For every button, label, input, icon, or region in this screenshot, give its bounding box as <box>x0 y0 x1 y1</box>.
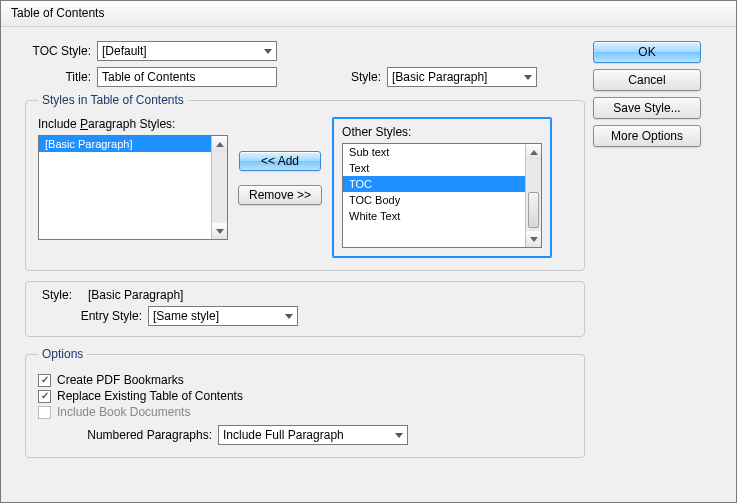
styles-group: Styles in Table of Contents Include Para… <box>25 93 585 271</box>
toc-style-combo[interactable]: [Default] <box>97 41 277 61</box>
save-style-button-label: Save Style... <box>613 101 680 115</box>
titlebar: Table of Contents <box>1 1 736 27</box>
transfer-buttons: << Add Remove >> <box>238 151 322 211</box>
more-options-button[interactable]: More Options <box>593 125 701 147</box>
entry-style-label-static: Style: <box>38 288 88 302</box>
scroll-up-icon[interactable] <box>212 136 227 152</box>
cancel-button-label: Cancel <box>628 73 665 87</box>
styles-grid: Include Paragraph Styles: [Basic Paragra… <box>38 117 572 258</box>
add-button-label: << Add <box>261 154 299 168</box>
entry-group: Style: [Basic Paragraph] Entry Style: [S… <box>25 281 585 337</box>
list-item[interactable]: Text <box>343 160 541 176</box>
create-pdf-row[interactable]: Create PDF Bookmarks <box>38 373 572 387</box>
style-label: Style: <box>277 70 387 84</box>
title-field[interactable]: Table of Contents <box>97 67 277 87</box>
scrollbar[interactable] <box>211 136 227 239</box>
scroll-down-icon[interactable] <box>526 231 541 247</box>
scroll-up-icon[interactable] <box>526 144 541 160</box>
options-legend: Options <box>38 347 87 361</box>
chevron-down-icon <box>395 433 403 438</box>
include-book-row: Include Book Documents <box>38 405 572 419</box>
include-column: Include Paragraph Styles: [Basic Paragra… <box>38 117 228 240</box>
remove-button-label: Remove >> <box>249 188 311 202</box>
create-pdf-label: Create PDF Bookmarks <box>57 373 184 387</box>
entry-style-label: Entry Style: <box>38 309 148 323</box>
checkbox-icon <box>38 406 51 419</box>
window-title: Table of Contents <box>11 6 104 20</box>
numbered-label: Numbered Paragraphs: <box>38 428 218 442</box>
include-label-pre: Include <box>38 117 80 131</box>
replace-row[interactable]: Replace Existing Table of Contents <box>38 389 572 403</box>
side-buttons: OK Cancel Save Style... More Options <box>593 41 711 153</box>
scroll-thumb[interactable] <box>528 192 539 228</box>
ok-button-label: OK <box>638 45 655 59</box>
add-button[interactable]: << Add <box>239 151 321 171</box>
entry-style-value: [Same style] <box>153 309 219 323</box>
chevron-down-icon <box>524 75 532 80</box>
entry-style-combo[interactable]: [Same style] <box>148 306 298 326</box>
toc-style-value: [Default] <box>102 44 147 58</box>
include-label-u: P <box>80 117 88 131</box>
other-styles-listbox[interactable]: Sub textTextTOCTOC BodyWhite Text <box>342 143 542 248</box>
scrollbar[interactable] <box>525 144 541 247</box>
remove-button[interactable]: Remove >> <box>238 185 322 205</box>
checkbox-icon[interactable] <box>38 390 51 403</box>
entry-style-static-value: [Basic Paragraph] <box>88 288 183 302</box>
title-value: Table of Contents <box>102 70 195 84</box>
title-style-value: [Basic Paragraph] <box>392 70 487 84</box>
list-item[interactable]: TOC <box>343 176 541 192</box>
list-item[interactable]: Sub text <box>343 144 541 160</box>
other-styles-label: Other Styles: <box>342 125 542 139</box>
ok-button[interactable]: OK <box>593 41 701 63</box>
include-listbox[interactable]: [Basic Paragraph] <box>38 135 228 240</box>
toc-style-row: TOC Style: [Default] <box>25 41 585 61</box>
numbered-combo[interactable]: Include Full Paragraph <box>218 425 408 445</box>
include-label: Include Paragraph Styles: <box>38 117 228 131</box>
styles-legend: Styles in Table of Contents <box>38 93 188 107</box>
list-item[interactable]: White Text <box>343 208 541 224</box>
include-book-label: Include Book Documents <box>57 405 190 419</box>
list-item[interactable]: TOC Body <box>343 192 541 208</box>
scroll-down-icon[interactable] <box>212 223 227 239</box>
list-item[interactable]: [Basic Paragraph] <box>39 136 227 152</box>
chevron-down-icon <box>264 49 272 54</box>
cancel-button[interactable]: Cancel <box>593 69 701 91</box>
include-label-post: aragraph Styles: <box>88 117 175 131</box>
replace-label: Replace Existing Table of Contents <box>57 389 243 403</box>
checkbox-icon[interactable] <box>38 374 51 387</box>
chevron-down-icon <box>285 314 293 319</box>
save-style-button[interactable]: Save Style... <box>593 97 701 119</box>
title-label: Title: <box>25 70 97 84</box>
main-column: TOC Style: [Default] Title: Table of Con… <box>25 41 585 468</box>
other-styles-highlight: Other Styles: Sub textTextTOCTOC BodyWhi… <box>332 117 552 258</box>
more-options-button-label: More Options <box>611 129 683 143</box>
numbered-value: Include Full Paragraph <box>223 428 344 442</box>
title-style-combo[interactable]: [Basic Paragraph] <box>387 67 537 87</box>
title-row: Title: Table of Contents Style: [Basic P… <box>25 67 585 87</box>
toc-style-label: TOC Style: <box>25 44 97 58</box>
dialog-window: Table of Contents TOC Style: [Default] T… <box>0 0 737 503</box>
options-group: Options Create PDF Bookmarks Replace Exi… <box>25 347 585 458</box>
dialog-client: TOC Style: [Default] Title: Table of Con… <box>1 27 736 502</box>
